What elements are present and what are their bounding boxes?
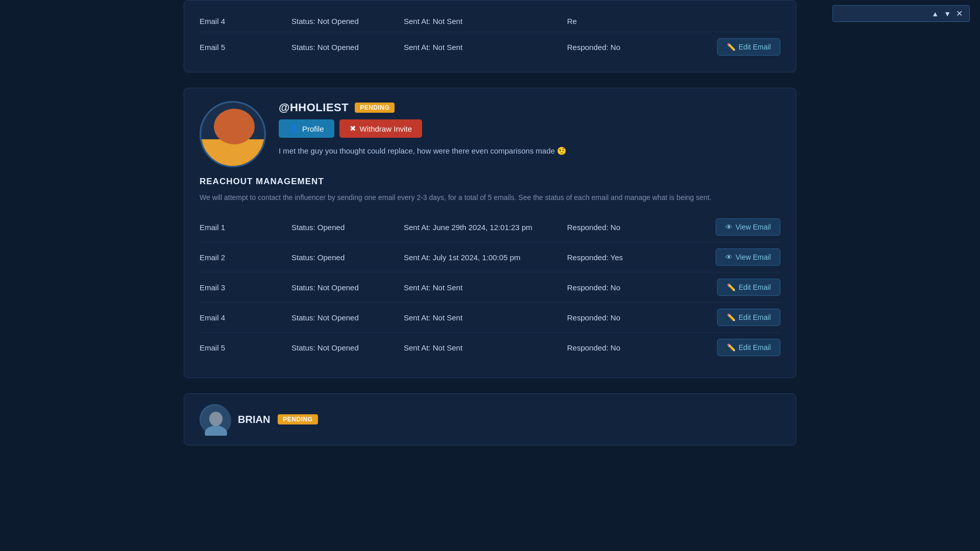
email-responded: Responded: No [567,313,699,322]
email-status: Status: Not Opened [291,17,404,26]
svg-point-7 [237,128,241,132]
svg-point-8 [233,132,236,136]
page-wrapper: ▲ ▼ ✕ Email 4 Status: Not Opened Sent At… [0,0,980,551]
table-row: Email 2 Status: Opened Sent At: July 1st… [200,242,780,272]
email-action: ✏️ Edit Email [699,38,780,56]
reachout-section: REACHOUT MANAGEMENT We will attempt to c… [200,177,780,362]
email-action: 👁 View Email [699,248,780,266]
email-action: ✏️ Edit Email [699,309,780,326]
svg-point-6 [227,128,231,132]
email-sent: Sent At: Not Sent [404,17,567,26]
withdraw-invite-button[interactable]: ✖ Withdraw Invite [339,119,423,138]
table-row: Email 5 Status: Not Opened Sent At: Not … [200,333,780,362]
email-name: Email 4 [200,313,291,322]
email-name: Email 5 [200,343,291,352]
edit-email-button[interactable]: ✏️ Edit Email [717,339,780,356]
email-status: Status: Not Opened [291,313,404,322]
email-name: Email 3 [200,283,291,292]
status-badge: PENDING [278,414,317,424]
bottom-card: BRIAN PENDING [184,393,796,445]
influencer-info: @HHOLIEST PENDING 👤 Profile ✖ Withdraw I… [279,101,780,157]
email-name: Email 5 [200,43,291,52]
find-next-button[interactable]: ▼ [941,9,953,19]
avatar [200,101,266,167]
email-responded: Responded: No [567,43,699,52]
table-row: Email 1 Status: Opened Sent At: June 29t… [200,212,780,242]
find-close-button[interactable]: ✕ [953,8,965,19]
email-status: Status: Opened [291,223,404,232]
email-sent: Sent At: June 29th 2024, 12:01:23 pm [404,223,567,232]
profile-button[interactable]: 👤 Profile [279,119,334,138]
find-bar: ▲ ▼ ✕ [832,5,970,22]
main-content: Email 4 Status: Not Opened Sent At: Not … [184,0,796,445]
svg-rect-0 [201,101,264,167]
email-name: Email 2 [200,253,291,262]
email-responded: Re [567,17,699,26]
x-icon: ✖ [350,124,356,133]
svg-point-11 [209,412,223,426]
avatar [200,404,230,435]
table-row: Email 4 Status: Not Opened Sent At: Not … [200,303,780,333]
find-prev-button[interactable]: ▲ [929,9,941,19]
email-sent: Sent At: Not Sent [404,283,567,292]
email-status: Status: Not Opened [291,343,404,352]
user-icon: 👤 [289,124,299,133]
edit-icon: ✏️ [727,343,736,352]
svg-point-1 [209,142,260,167]
email-status: Status: Not Opened [291,43,404,52]
reachout-title: REACHOUT MANAGEMENT [200,177,780,187]
email-sent: Sent At: Not Sent [404,313,567,322]
influencer-quote: I met the guy you thought could replace,… [279,145,780,157]
email-responded: Responded: No [567,223,699,232]
status-badge: PENDING [355,103,395,113]
edit-email-button[interactable]: ✏️ Edit Email [717,279,780,296]
svg-point-4 [220,113,249,128]
email-responded: Responded: No [567,283,699,292]
action-buttons: 👤 Profile ✖ Withdraw Invite [279,119,780,138]
name-row: @HHOLIEST PENDING [279,101,780,114]
email-action: 👁 View Email [699,218,780,236]
email-name: Email 4 [200,17,291,26]
reachout-desc: We will attempt to contact the influence… [200,192,780,203]
email-status: Status: Not Opened [291,283,404,292]
table-row: Email 5 Status: Not Opened Sent At: Not … [200,32,780,62]
email-status: Status: Opened [291,253,404,262]
eye-icon: 👁 [725,253,732,261]
table-row: Email 4 Status: Not Opened Sent At: Not … [200,11,780,32]
svg-point-5 [224,133,244,143]
bottom-name-row: BRIAN PENDING [200,404,780,435]
email-responded: Responded: Yes [567,253,699,262]
avatar-image [201,101,264,167]
email-name: Email 1 [200,223,291,232]
view-email-button[interactable]: 👁 View Email [716,218,780,236]
edit-icon: ✏️ [727,43,736,51]
edit-email-button[interactable]: ✏️ Edit Email [717,309,780,326]
influencer-handle: @HHOLIEST [279,101,349,114]
email-sent: Sent At: July 1st 2024, 1:00:05 pm [404,253,567,262]
email-sent: Sent At: Not Sent [404,43,567,52]
svg-point-3 [220,116,249,147]
influencer-header: @HHOLIEST PENDING 👤 Profile ✖ Withdraw I… [200,101,780,167]
svg-rect-2 [229,139,239,148]
bottom-handle: BRIAN [238,414,270,425]
influencer-card: @HHOLIEST PENDING 👤 Profile ✖ Withdraw I… [184,88,796,378]
edit-icon: ✏️ [727,283,736,291]
eye-icon: 👁 [725,223,732,231]
top-card: Email 4 Status: Not Opened Sent At: Not … [184,0,796,72]
view-email-button[interactable]: 👁 View Email [716,248,780,266]
edit-email-button[interactable]: ✏️ Edit Email [717,38,780,56]
email-action: ✏️ Edit Email [699,339,780,356]
find-input[interactable] [837,10,929,18]
email-action: ✏️ Edit Email [699,279,780,296]
email-responded: Responded: No [567,343,699,352]
email-sent: Sent At: Not Sent [404,343,567,352]
edit-icon: ✏️ [727,313,736,321]
table-row: Email 3 Status: Not Opened Sent At: Not … [200,272,780,303]
